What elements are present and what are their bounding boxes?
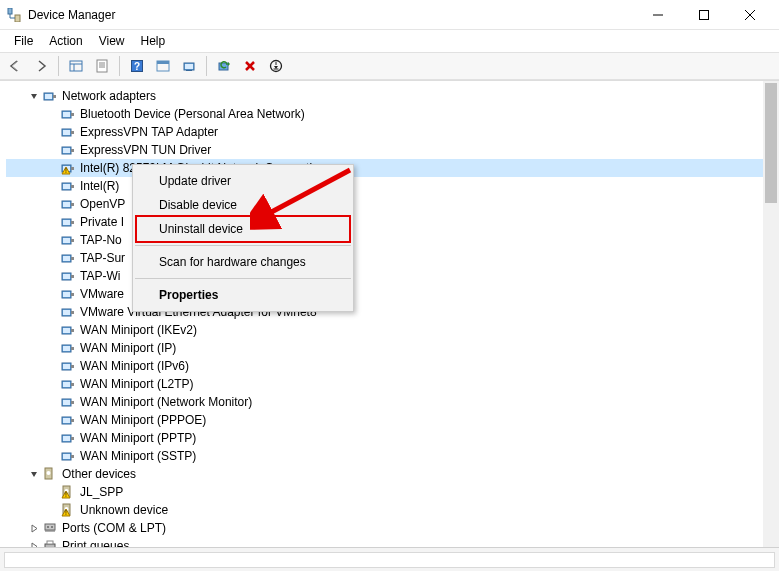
twisty-none: [46, 216, 58, 228]
tree-item-network-adapter[interactable]: TAP-No: [6, 231, 779, 249]
action-menu-button[interactable]: [152, 55, 174, 77]
network-adapter-icon: [60, 448, 76, 464]
ctx-properties[interactable]: Properties: [133, 283, 353, 307]
tree-item-network-adapter[interactable]: ExpressVPN TUN Driver: [6, 141, 779, 159]
svg-rect-73: [63, 364, 70, 369]
ports-icon: [42, 520, 58, 536]
tree-item-other-device[interactable]: ! Unknown device: [6, 501, 779, 519]
unknown-device-icon: !: [60, 502, 76, 518]
network-adapter-icon: [60, 214, 76, 230]
tree-item-network-adapter[interactable]: VMware: [6, 285, 779, 303]
minimize-button[interactable]: [635, 0, 681, 30]
svg-rect-0: [8, 8, 12, 14]
tree-item-network-adapter[interactable]: TAP-Wi: [6, 267, 779, 285]
svg-rect-65: [71, 311, 74, 314]
twisty-closed[interactable]: [28, 522, 40, 534]
forward-button[interactable]: [30, 55, 52, 77]
scan-hardware-button[interactable]: [213, 55, 235, 77]
tree-label: VMware: [80, 287, 124, 301]
tree-label: TAP-Sur: [80, 251, 125, 265]
tree-item-network-adapter[interactable]: WAN Miniport (Network Monitor): [6, 393, 779, 411]
tree-item-network-adapter[interactable]: WAN Miniport (IP): [6, 339, 779, 357]
toolbar: ?: [0, 52, 779, 80]
svg-rect-47: [71, 203, 74, 206]
ctx-scan-hardware[interactable]: Scan for hardware changes: [133, 250, 353, 274]
twisty-open[interactable]: [28, 90, 40, 102]
title-bar: Device Manager: [0, 0, 779, 30]
svg-rect-74: [71, 365, 74, 368]
tree-item-network-adapter[interactable]: ! Intel(R) 82579LM Gigabit Network Conne…: [6, 159, 779, 177]
menu-help[interactable]: Help: [133, 32, 174, 50]
svg-text:!: !: [65, 491, 67, 498]
svg-rect-61: [63, 292, 70, 297]
tree-item-network-adapter[interactable]: WAN Miniport (PPPOE): [6, 411, 779, 429]
other-devices-icon: [42, 466, 58, 482]
svg-rect-28: [53, 95, 56, 98]
tree-category-other[interactable]: Other devices: [6, 465, 779, 483]
tree-category-ports[interactable]: Ports (COM & LPT): [6, 519, 779, 537]
twisty-closed[interactable]: [28, 540, 40, 547]
ctx-disable-device[interactable]: Disable device: [133, 193, 353, 217]
ctx-update-driver[interactable]: Update driver: [133, 169, 353, 193]
tree-item-network-adapter[interactable]: Private I: [6, 213, 779, 231]
twisty-none: [46, 306, 58, 318]
twisty-none: [46, 162, 58, 174]
tree-item-network-adapter[interactable]: TAP-Sur: [6, 249, 779, 267]
tree-label: Other devices: [62, 467, 136, 481]
vertical-scrollbar[interactable]: [763, 81, 779, 547]
tree-label: WAN Miniport (IKEv2): [80, 323, 197, 337]
menu-view[interactable]: View: [91, 32, 133, 50]
twisty-none: [46, 288, 58, 300]
window-title: Device Manager: [28, 8, 115, 22]
back-button[interactable]: [4, 55, 26, 77]
maximize-button[interactable]: [681, 0, 727, 30]
uninstall-button[interactable]: [239, 55, 261, 77]
tree-item-network-adapter[interactable]: WAN Miniport (IKEv2): [6, 321, 779, 339]
tree-item-other-device[interactable]: ! JL_SPP: [6, 483, 779, 501]
tree-item-network-adapter[interactable]: WAN Miniport (SSTP): [6, 447, 779, 465]
svg-rect-20: [186, 70, 192, 71]
svg-text:?: ?: [134, 61, 140, 72]
help-button[interactable]: ?: [126, 55, 148, 77]
disable-button[interactable]: [265, 55, 287, 77]
tree-item-network-adapter[interactable]: ExpressVPN TAP Adapter: [6, 123, 779, 141]
tree-category-print-queues[interactable]: Print queues: [6, 537, 779, 547]
menu-action[interactable]: Action: [41, 32, 90, 50]
tree-label: Bluetooth Device (Personal Area Network): [80, 107, 305, 121]
menu-file[interactable]: File: [6, 32, 41, 50]
network-adapter-icon: [60, 322, 76, 338]
tree-item-network-adapter[interactable]: OpenVP: [6, 195, 779, 213]
svg-rect-53: [71, 239, 74, 242]
ctx-separator: [135, 245, 351, 246]
tree-item-network-adapter[interactable]: VMware Virtual Ethernet Adapter for VMne…: [6, 303, 779, 321]
tree-item-network-adapter[interactable]: Bluetooth Device (Personal Area Network): [6, 105, 779, 123]
svg-rect-58: [63, 274, 70, 279]
tree-item-network-adapter[interactable]: WAN Miniport (PPTP): [6, 429, 779, 447]
ctx-uninstall-device[interactable]: Uninstall device: [135, 215, 351, 243]
svg-rect-77: [71, 383, 74, 386]
show-hide-console-button[interactable]: [65, 55, 87, 77]
update-driver-button[interactable]: [178, 55, 200, 77]
svg-rect-44: [71, 185, 74, 188]
properties-button[interactable]: [91, 55, 113, 77]
tree-label: WAN Miniport (PPPOE): [80, 413, 206, 427]
twisty-none: [46, 450, 58, 462]
svg-rect-34: [71, 131, 74, 134]
svg-rect-1: [15, 15, 20, 22]
network-adapter-icon: [60, 340, 76, 356]
tree-category-network[interactable]: Network adapters: [6, 87, 779, 105]
tree-item-network-adapter[interactable]: Intel(R): [6, 177, 779, 195]
network-adapter-icon: [60, 286, 76, 302]
twisty-open[interactable]: [28, 468, 40, 480]
network-adapter-icon: [60, 394, 76, 410]
network-adapter-icon: [60, 232, 76, 248]
svg-rect-70: [63, 346, 70, 351]
tree-item-network-adapter[interactable]: WAN Miniport (L2TP): [6, 375, 779, 393]
close-button[interactable]: [727, 0, 773, 30]
twisty-none: [46, 360, 58, 372]
svg-rect-56: [71, 257, 74, 260]
tree-item-network-adapter[interactable]: WAN Miniport (IPv6): [6, 357, 779, 375]
svg-rect-86: [71, 437, 74, 440]
device-tree-pane[interactable]: Network adapters Bluetooth Device (Perso…: [0, 80, 779, 547]
svg-rect-21: [185, 64, 193, 69]
